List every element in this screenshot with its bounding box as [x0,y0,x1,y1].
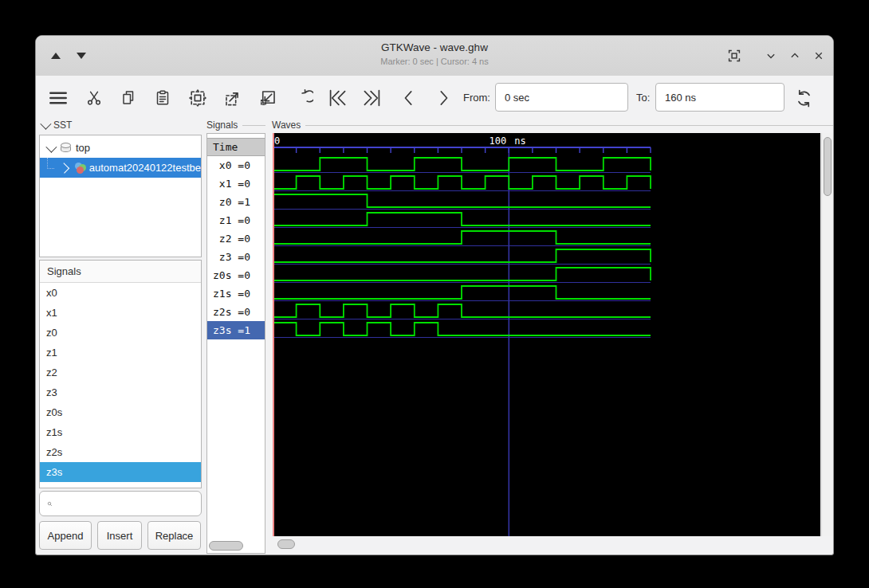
signals-frame-label: Signals [206,120,265,131]
waveform-plot: 0100ns [273,133,820,536]
menu-icon [46,88,70,108]
wave-trace-z2s [273,304,651,317]
copy-icon [119,88,138,108]
chevron-down-icon [40,119,51,130]
wave-trace-z1 [273,213,651,225]
zoom-out-icon [258,88,278,108]
scroll-traces-down-button[interactable] [71,47,92,65]
time-header[interactable]: Time [207,138,265,156]
wave-canvas[interactable]: 0100ns [273,133,820,536]
to-input[interactable] [655,83,784,112]
signal-browser-item[interactable]: z0s [40,402,201,422]
reload-button[interactable] [788,83,819,113]
waves-vscrollbar-thumb[interactable] [824,137,832,196]
timeline-major-unit: ns [514,135,525,147]
wave-trace-z2 [273,231,651,244]
signal-browser-item[interactable]: z0 [40,323,201,343]
expander-icon[interactable] [45,141,57,152]
titlebar[interactable]: GTKWave - wave.ghw Marker: 0 sec | Curso… [36,36,833,76]
signal-browser-item[interactable]: z1s [40,422,201,442]
zoom-in-button[interactable] [218,83,248,113]
signal-browser-item[interactable]: x0 [40,283,201,303]
wave-trace-z0s [273,268,651,280]
signal-browser-header: Signals [40,261,201,283]
from-input[interactable] [495,83,628,112]
database-icon [61,143,71,154]
append-button[interactable]: Append [39,521,92,550]
names-hscrollbar-thumb[interactable] [209,541,243,551]
wave-trace-z0 [273,194,651,207]
chevron-left-icon [399,88,419,108]
wave-name-row[interactable]: x0 =0 [207,156,265,174]
replace-button[interactable]: Replace [147,521,201,550]
gtkwave-window: GTKWave - wave.ghw Marker: 0 sec | Curso… [35,35,834,555]
sst-tree-item-top[interactable]: top [40,138,201,158]
signal-browser-item[interactable]: z1 [40,343,201,363]
wave-name-row[interactable]: z3 =0 [207,248,265,266]
skip-to-end-icon [361,87,383,109]
wave-name-row[interactable]: z3s =1 [207,321,265,339]
waves-frame-label: Waves [272,120,833,131]
paste-button[interactable] [147,83,178,113]
zoom-undo-button[interactable] [288,83,318,113]
fullscreen-button[interactable] [723,46,745,65]
from-label: From: [463,92,490,104]
zoom-fit-icon [187,88,208,108]
wave-trace-z3s [273,323,651,335]
waves-hscrollbar-thumb[interactable] [277,539,295,549]
wave-name-row[interactable]: z0s =0 [207,266,265,284]
wave-name-row[interactable]: z1s =0 [207,284,265,303]
signal-browser-item[interactable]: z2s [40,442,201,462]
signal-browser-item[interactable]: z3 [40,382,201,402]
close-button[interactable] [808,46,830,65]
skip-to-start-icon [326,87,348,109]
wave-trace-x0 [273,158,651,171]
signal-browser-item[interactable]: z3s [40,462,201,482]
paste-icon [153,88,172,108]
wave-name-row[interactable]: x1 =0 [207,174,265,193]
zoom-to-end-button[interactable] [357,83,387,113]
sst-tree-item-automat[interactable]: automat20240122testbe [40,158,201,178]
prev-edge-button[interactable] [394,83,424,113]
wave-name-row[interactable]: z2 =0 [207,229,265,248]
wave-name-row[interactable]: z1 =0 [207,211,265,229]
zoom-fit-button[interactable] [183,83,213,113]
signal-browser: Signals x0x1z0z1z2z3z0sz1sz2sz3s [39,260,202,488]
insert-button[interactable]: Insert [97,521,142,550]
wave-trace-x1 [273,176,651,189]
module-icon [74,163,85,174]
undo-arrow-icon [293,88,313,108]
chevron-down-icon [763,48,779,64]
marker-cursor-status: Marker: 0 sec | Cursor: 4 ns [195,56,674,68]
triangle-down-icon [77,53,86,59]
tree-guide-line [47,158,54,169]
signal-browser-item[interactable]: x1 [40,303,201,323]
to-label: To: [636,92,650,104]
reload-icon [793,88,815,109]
signal-browser-item[interactable]: z2 [40,363,201,382]
wave-name-row[interactable]: z0 =1 [207,193,265,211]
zoom-to-start-button[interactable] [322,83,352,113]
search-icon [47,497,53,511]
wave-trace-z3 [273,249,651,262]
minimize-button[interactable] [760,46,782,65]
waves-vscrollbar-track[interactable] [821,133,833,536]
next-edge-button[interactable] [428,83,458,113]
wave-names-list: x0 =0 x1 =0 z0 =1 z1 =0 z2 =0 z3 =0z0s =… [207,156,265,339]
search-input[interactable] [57,497,201,511]
menu-button[interactable] [43,83,73,113]
zoom-out-button[interactable] [253,83,283,113]
triangle-up-icon [51,53,61,59]
wave-name-row[interactable]: z2s =0 [207,303,265,321]
signal-browser-list: x0x1z0z1z2z3z0sz1sz2sz3s [40,283,201,482]
maximize-button[interactable] [784,46,806,65]
copy-button[interactable] [113,83,144,113]
chevron-right-icon [433,88,454,108]
timeline-start-label: 0 [274,135,280,147]
window-title: GTKWave - wave.ghw [195,40,674,56]
cut-button[interactable] [79,83,109,113]
close-icon [811,48,827,64]
signal-search[interactable] [39,491,202,516]
expander-icon[interactable] [59,163,69,173]
scroll-traces-up-button[interactable] [45,47,66,65]
